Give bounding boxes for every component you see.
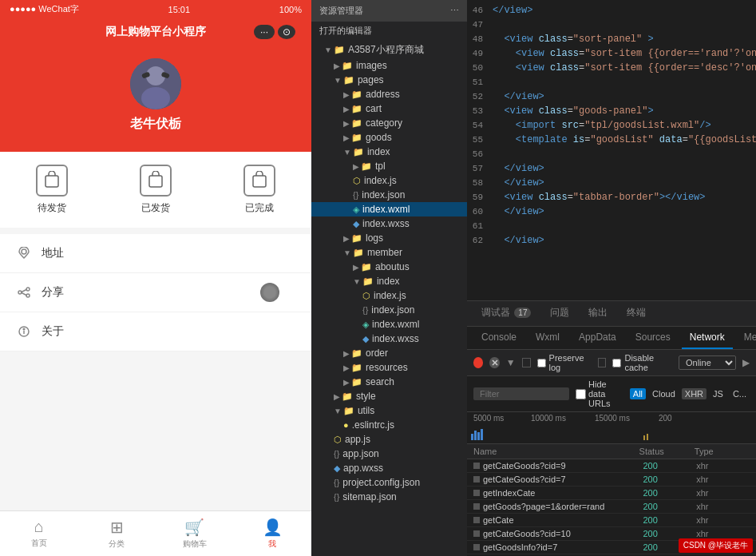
folder-icon: 📁: [361, 262, 372, 272]
code-line: 54 <import src="tpl/goodsList.wxml"/>: [467, 118, 756, 133]
tab-wxml[interactable]: Wxml: [528, 327, 568, 349]
network-toolbar: ▼ Preserve log Disable cache Online Fast…: [467, 350, 756, 376]
tab-output[interactable]: 输出: [580, 301, 615, 326]
file-order[interactable]: ▶ 📁 order: [311, 346, 467, 360]
status-bar: ●●●●● WeChat字 15:01 100%: [0, 0, 311, 18]
tab-debugger[interactable]: 调试器 17: [473, 301, 539, 326]
network-row[interactable]: getCateGoods?cid=9 200 xhr: [467, 459, 756, 473]
home-icon: ⌂: [34, 518, 44, 536]
row-indicator: [473, 463, 480, 469]
network-throttle[interactable]: Online Fast 3G Slow 3G: [679, 355, 736, 370]
svg-rect-19: [643, 435, 645, 440]
network-row[interactable]: getGoods?page=1&order=rand 200 xhr: [467, 500, 756, 514]
filter-input[interactable]: [473, 387, 569, 400]
tab-network[interactable]: Network: [682, 327, 733, 349]
network-row[interactable]: getIndexCate 200 xhr: [467, 486, 756, 500]
file-images[interactable]: ▶ 📁 images: [311, 58, 467, 73]
menu-about[interactable]: 关于: [0, 312, 311, 351]
cart-label: 购物车: [183, 538, 207, 550]
network-row[interactable]: getCate 200 xhr: [467, 514, 756, 527]
tab-sources[interactable]: Sources: [627, 327, 679, 349]
file-index-folder[interactable]: ▼ 📁 index: [311, 145, 467, 159]
file-member-index-js[interactable]: ⬡ index.js: [311, 288, 467, 303]
file-project-config[interactable]: {} project.config.json: [311, 475, 467, 490]
file-logs[interactable]: ▶ 📁 logs: [311, 231, 467, 245]
file-app-json[interactable]: {} app.json: [311, 447, 467, 461]
file-utils[interactable]: ▼ 📁 utils: [311, 403, 467, 418]
file-member-index-wxml[interactable]: ◈ index.wxml: [311, 317, 467, 332]
csdn-badge: CSDN @毕设老牛: [679, 538, 753, 553]
tab-terminal[interactable]: 终端: [619, 301, 654, 326]
filter-cloud[interactable]: Cloud: [649, 388, 679, 399]
stat-completed[interactable]: 已完成: [243, 165, 275, 215]
avatar: [130, 58, 181, 109]
network-row[interactable]: getCateGoods?cid=7 200 xhr: [467, 473, 756, 486]
file-app-js[interactable]: ⬡ app.js: [311, 432, 467, 447]
row-name: getCateGoods?cid=10: [483, 529, 643, 538]
tab-console[interactable]: Console: [473, 327, 524, 349]
file-index-json[interactable]: {} index.json: [311, 188, 467, 202]
file-eslintrc[interactable]: ● .eslintrc.js: [311, 418, 467, 432]
collapse-icon[interactable]: ⋯: [450, 6, 459, 16]
file-member-index-wxss[interactable]: ◆ index.wxss: [311, 332, 467, 346]
devtools-panel: 调试器 17 问题 输出 终端 Console Wxml AppData Sou…: [467, 300, 756, 556]
json-icon: {}: [334, 492, 339, 502]
filter-all[interactable]: All: [630, 388, 646, 399]
file-app-wxss[interactable]: ◆ app.wxss: [311, 461, 467, 475]
file-style[interactable]: ▶ 📁 style: [311, 389, 467, 403]
file-address[interactable]: ▶ 📁 address: [311, 87, 467, 101]
stat-pending[interactable]: 待发货: [36, 165, 68, 215]
hide-data-urls[interactable]: Hide data URLs: [576, 379, 620, 408]
tab-memory[interactable]: Memor...: [736, 327, 756, 349]
filter-button[interactable]: ▼: [506, 357, 516, 368]
file-resources[interactable]: ▶ 📁 resources: [311, 360, 467, 375]
filter-css[interactable]: C...: [730, 388, 750, 399]
stat-shipped[interactable]: 已发货: [140, 165, 172, 215]
menu-address[interactable]: 地址: [0, 234, 311, 273]
row-name: getCateGoods?cid=9: [483, 461, 643, 471]
title-icons[interactable]: ··· ⊙: [254, 25, 295, 39]
js-icon: ⬡: [334, 435, 342, 445]
nav-cart[interactable]: 🛒 购物车: [156, 518, 234, 550]
nav-me[interactable]: 👤 我: [234, 518, 312, 550]
file-index-js[interactable]: ⬡ index.js: [311, 173, 467, 188]
file-pages[interactable]: ▼ 📁 pages: [311, 73, 467, 87]
nav-home[interactable]: ⌂ 首页: [0, 518, 78, 550]
file-cart[interactable]: ▶ 📁 cart: [311, 101, 467, 116]
js-icon: ⬡: [362, 291, 370, 301]
row-type: xhr: [696, 515, 750, 525]
more-options[interactable]: ▶: [742, 357, 750, 368]
svg-point-2: [141, 87, 170, 109]
row-indicator: [473, 476, 480, 483]
nav-category[interactable]: ⊞ 分类: [78, 518, 156, 550]
file-goods[interactable]: ▶ 📁 goods: [311, 130, 467, 145]
svg-rect-18: [481, 429, 483, 440]
file-tpl[interactable]: ▶ 📁 tpl: [311, 159, 467, 173]
share-icon: [16, 284, 32, 300]
tab-issues[interactable]: 问题: [542, 301, 577, 326]
file-index-wxss[interactable]: ◆ index.wxss: [311, 216, 467, 231]
file-category[interactable]: ▶ 📁 category: [311, 116, 467, 130]
clear-button[interactable]: [489, 357, 499, 368]
file-sitemap[interactable]: {} sitemap.json: [311, 490, 467, 504]
file-aboutus[interactable]: ▶ 📁 aboutus: [311, 260, 467, 274]
file-member[interactable]: ▼ 📁 member: [311, 245, 467, 260]
menu-share[interactable]: 分享: [0, 273, 311, 312]
record-button[interactable]: [473, 357, 483, 368]
filter-xhr[interactable]: XHR: [682, 388, 707, 399]
file-member-index-json[interactable]: {} index.json: [311, 303, 467, 317]
disable-cache-checkbox[interactable]: Disable cache: [612, 353, 672, 372]
file-member-index[interactable]: ▼ 📁 index: [311, 274, 467, 288]
code-line: 61: [467, 219, 756, 233]
config-icon: ●: [343, 420, 349, 430]
avatar-image: [130, 58, 181, 109]
menu-section: 地址 分享 关于: [0, 234, 311, 351]
code-editor[interactable]: 46 </view> 47 48 <view class="sort-panel…: [467, 0, 756, 300]
tab-appdata[interactable]: AppData: [571, 327, 624, 349]
file-search[interactable]: ▶ 📁 search: [311, 375, 467, 389]
filter-js[interactable]: JS: [710, 388, 726, 399]
project-root[interactable]: ▼ 📁 A3587小程序商城: [311, 42, 467, 58]
file-index-wxml[interactable]: ◈ index.wxml: [311, 202, 467, 216]
filter-bar: Hide data URLs All Cloud XHR JS C...: [467, 376, 756, 412]
preserve-log-checkbox[interactable]: Preserve log: [537, 353, 592, 372]
